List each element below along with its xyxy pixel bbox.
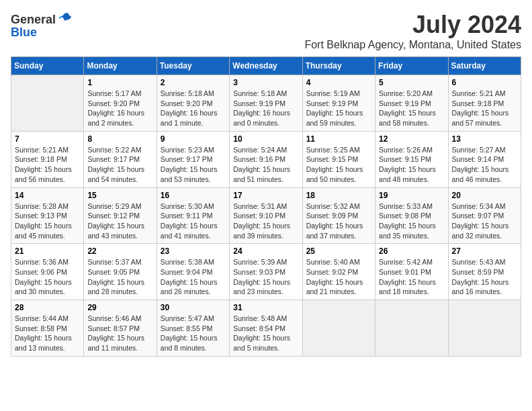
- calendar-week-2: 7Sunrise: 5:21 AMSunset: 9:18 PMDaylight…: [11, 131, 521, 187]
- day-number: 13: [452, 134, 517, 144]
- calendar-header: SundayMondayTuesdayWednesdayThursdayFrid…: [11, 57, 521, 75]
- day-info: Sunrise: 5:42 AMSunset: 9:01 PMDaylight:…: [379, 257, 444, 297]
- day-info: Sunrise: 5:32 AMSunset: 9:09 PMDaylight:…: [306, 201, 371, 241]
- calendar-cell: [375, 300, 448, 357]
- calendar-cell: 24Sunrise: 5:39 AMSunset: 9:03 PMDayligh…: [230, 244, 302, 300]
- day-info: Sunrise: 5:40 AMSunset: 9:02 PMDaylight:…: [306, 257, 371, 297]
- day-number: 16: [161, 191, 226, 200]
- day-info: Sunrise: 5:37 AMSunset: 9:05 PMDaylight:…: [87, 257, 152, 297]
- day-number: 7: [15, 134, 80, 144]
- calendar-cell: [448, 300, 521, 357]
- logo-general-text: General: [11, 13, 56, 27]
- calendar-cell: 18Sunrise: 5:32 AMSunset: 9:09 PMDayligh…: [302, 187, 375, 244]
- day-info: Sunrise: 5:48 AMSunset: 8:54 PMDaylight:…: [233, 314, 298, 353]
- calendar-cell: 13Sunrise: 5:27 AMSunset: 9:14 PMDayligh…: [448, 131, 521, 187]
- day-info: Sunrise: 5:24 AMSunset: 9:16 PMDaylight:…: [233, 145, 298, 185]
- day-number: 26: [379, 246, 444, 256]
- day-info: Sunrise: 5:17 AMSunset: 9:20 PMDaylight:…: [87, 89, 152, 128]
- day-info: Sunrise: 5:46 AMSunset: 8:57 PMDaylight:…: [87, 314, 152, 353]
- day-number: 25: [306, 246, 371, 256]
- day-info: Sunrise: 5:29 AMSunset: 9:12 PMDaylight:…: [87, 201, 152, 241]
- day-info: Sunrise: 5:44 AMSunset: 8:58 PMDaylight:…: [15, 314, 80, 353]
- calendar-cell: [11, 75, 84, 132]
- day-info: Sunrise: 5:18 AMSunset: 9:20 PMDaylight:…: [161, 89, 226, 128]
- day-info: Sunrise: 5:34 AMSunset: 9:07 PMDaylight:…: [452, 201, 517, 241]
- calendar-cell: 4Sunrise: 5:19 AMSunset: 9:19 PMDaylight…: [302, 75, 375, 132]
- subtitle: Fort Belknap Agency, Montana, United Sta…: [304, 39, 521, 51]
- calendar-cell: 16Sunrise: 5:30 AMSunset: 9:11 PMDayligh…: [157, 187, 229, 244]
- day-number: 17: [233, 191, 298, 200]
- day-info: Sunrise: 5:23 AMSunset: 9:17 PMDaylight:…: [161, 145, 226, 185]
- calendar-cell: 31Sunrise: 5:48 AMSunset: 8:54 PMDayligh…: [230, 300, 302, 357]
- header-day-saturday: Saturday: [448, 57, 521, 75]
- day-number: 3: [233, 78, 298, 87]
- logo-bird-icon: [57, 11, 72, 28]
- calendar-header-row: SundayMondayTuesdayWednesdayThursdayFrid…: [11, 57, 521, 75]
- day-number: 30: [161, 303, 226, 312]
- calendar-cell: 11Sunrise: 5:25 AMSunset: 9:15 PMDayligh…: [302, 131, 375, 187]
- calendar-cell: 26Sunrise: 5:42 AMSunset: 9:01 PMDayligh…: [375, 244, 448, 300]
- calendar-week-1: 1Sunrise: 5:17 AMSunset: 9:20 PMDaylight…: [11, 75, 521, 132]
- day-info: Sunrise: 5:30 AMSunset: 9:11 PMDaylight:…: [161, 201, 226, 241]
- day-number: 2: [161, 78, 226, 87]
- calendar-cell: 9Sunrise: 5:23 AMSunset: 9:17 PMDaylight…: [157, 131, 229, 187]
- day-number: 31: [233, 303, 298, 312]
- calendar-cell: 29Sunrise: 5:46 AMSunset: 8:57 PMDayligh…: [84, 300, 157, 357]
- day-info: Sunrise: 5:18 AMSunset: 9:19 PMDaylight:…: [233, 89, 298, 128]
- calendar-cell: 6Sunrise: 5:21 AMSunset: 9:18 PMDaylight…: [448, 75, 521, 132]
- day-info: Sunrise: 5:21 AMSunset: 9:18 PMDaylight:…: [15, 145, 80, 185]
- calendar-cell: 1Sunrise: 5:17 AMSunset: 9:20 PMDaylight…: [84, 75, 157, 132]
- calendar-cell: 3Sunrise: 5:18 AMSunset: 9:19 PMDaylight…: [230, 75, 302, 132]
- calendar-cell: 27Sunrise: 5:43 AMSunset: 8:59 PMDayligh…: [448, 244, 521, 300]
- calendar-cell: 28Sunrise: 5:44 AMSunset: 8:58 PMDayligh…: [11, 300, 84, 357]
- day-info: Sunrise: 5:36 AMSunset: 9:06 PMDaylight:…: [15, 257, 80, 297]
- day-number: 23: [161, 246, 226, 256]
- calendar-cell: 14Sunrise: 5:28 AMSunset: 9:13 PMDayligh…: [11, 187, 84, 244]
- calendar-cell: 22Sunrise: 5:37 AMSunset: 9:05 PMDayligh…: [84, 244, 157, 300]
- header-day-tuesday: Tuesday: [157, 57, 229, 75]
- calendar-cell: 15Sunrise: 5:29 AMSunset: 9:12 PMDayligh…: [84, 187, 157, 244]
- page-header: General Blue July 2024 Fort Belknap Agen…: [11, 11, 521, 51]
- day-number: 1: [87, 78, 152, 87]
- calendar-cell: 21Sunrise: 5:36 AMSunset: 9:06 PMDayligh…: [11, 244, 84, 300]
- day-number: 24: [233, 246, 298, 256]
- calendar-cell: 12Sunrise: 5:26 AMSunset: 9:15 PMDayligh…: [375, 131, 448, 187]
- day-number: 10: [233, 134, 298, 144]
- calendar-cell: 8Sunrise: 5:22 AMSunset: 9:17 PMDaylight…: [84, 131, 157, 187]
- day-number: 6: [452, 78, 517, 87]
- day-info: Sunrise: 5:31 AMSunset: 9:10 PMDaylight:…: [233, 201, 298, 241]
- header-day-friday: Friday: [375, 57, 448, 75]
- calendar-body: 1Sunrise: 5:17 AMSunset: 9:20 PMDaylight…: [11, 75, 521, 357]
- calendar-cell: [302, 300, 375, 357]
- calendar-cell: 23Sunrise: 5:38 AMSunset: 9:04 PMDayligh…: [157, 244, 229, 300]
- day-info: Sunrise: 5:39 AMSunset: 9:03 PMDaylight:…: [233, 257, 298, 297]
- day-number: 4: [306, 78, 371, 87]
- day-info: Sunrise: 5:21 AMSunset: 9:18 PMDaylight:…: [452, 89, 517, 128]
- day-info: Sunrise: 5:33 AMSunset: 9:08 PMDaylight:…: [379, 201, 444, 241]
- day-info: Sunrise: 5:38 AMSunset: 9:04 PMDaylight:…: [161, 257, 226, 297]
- calendar-cell: 10Sunrise: 5:24 AMSunset: 9:16 PMDayligh…: [230, 131, 302, 187]
- main-title: July 2024: [304, 11, 521, 39]
- day-number: 20: [452, 191, 517, 200]
- day-number: 9: [161, 134, 226, 144]
- day-info: Sunrise: 5:43 AMSunset: 8:59 PMDaylight:…: [452, 257, 517, 297]
- logo-blue-text: Blue: [11, 26, 37, 40]
- calendar-cell: 17Sunrise: 5:31 AMSunset: 9:10 PMDayligh…: [230, 187, 302, 244]
- day-info: Sunrise: 5:22 AMSunset: 9:17 PMDaylight:…: [87, 145, 152, 185]
- day-info: Sunrise: 5:20 AMSunset: 9:19 PMDaylight:…: [379, 89, 444, 128]
- day-number: 28: [15, 303, 80, 312]
- day-number: 29: [87, 303, 152, 312]
- calendar-cell: 7Sunrise: 5:21 AMSunset: 9:18 PMDaylight…: [11, 131, 84, 187]
- calendar-cell: 20Sunrise: 5:34 AMSunset: 9:07 PMDayligh…: [448, 187, 521, 244]
- day-number: 18: [306, 191, 371, 200]
- title-area: July 2024 Fort Belknap Agency, Montana, …: [304, 11, 521, 51]
- day-number: 12: [379, 134, 444, 144]
- day-number: 11: [306, 134, 371, 144]
- day-number: 15: [87, 191, 152, 200]
- calendar-table: SundayMondayTuesdayWednesdayThursdayFrid…: [11, 56, 521, 357]
- day-info: Sunrise: 5:27 AMSunset: 9:14 PMDaylight:…: [452, 145, 517, 185]
- day-number: 22: [87, 246, 152, 256]
- calendar-week-3: 14Sunrise: 5:28 AMSunset: 9:13 PMDayligh…: [11, 187, 521, 244]
- day-info: Sunrise: 5:19 AMSunset: 9:19 PMDaylight:…: [306, 89, 371, 128]
- day-info: Sunrise: 5:28 AMSunset: 9:13 PMDaylight:…: [15, 201, 80, 241]
